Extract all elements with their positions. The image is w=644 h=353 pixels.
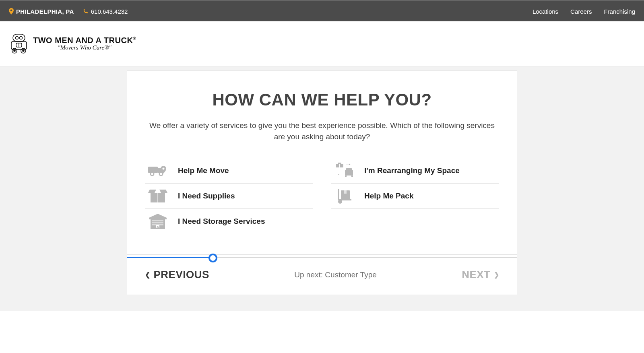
svg-marker-21 [148, 190, 156, 193]
wizard-card: HOW CAN WE HELP YOU? We offer a variety … [127, 70, 517, 295]
phone-text: 610.643.4232 [91, 8, 128, 15]
option-label: Help Me Move [178, 166, 229, 175]
service-options: Help Me Move I'm Rearranging My Space I … [127, 158, 517, 234]
svg-rect-20 [351, 175, 353, 177]
svg-rect-26 [344, 190, 347, 194]
svg-point-1 [16, 36, 19, 39]
svg-point-8 [14, 50, 15, 52]
progress-knob[interactable] [208, 254, 217, 262]
site-header: TWO MEN AND A TRUCK® "Movers Who Care®" [0, 21, 644, 66]
nav-link-franchising[interactable]: Franchising [604, 8, 635, 15]
svg-marker-30 [149, 214, 167, 219]
dolly-icon [334, 188, 355, 204]
nav-link-careers[interactable]: Careers [570, 8, 592, 15]
nav-link-locations[interactable]: Locations [533, 8, 558, 15]
location-text: PHILADELPHIA, PA [16, 8, 74, 15]
next-button[interactable]: NEXT ❯ [462, 268, 499, 281]
svg-rect-16 [338, 163, 341, 164]
svg-rect-18 [346, 168, 352, 171]
chevron-right-icon: ❯ [494, 271, 500, 279]
svg-point-2 [20, 36, 23, 39]
svg-marker-22 [159, 190, 167, 193]
rearrange-icon [334, 163, 355, 179]
page-subtitle: We offer a variety of services to give y… [149, 120, 495, 142]
brand-tagline: "Movers Who Care®" [33, 45, 136, 51]
box-open-icon [147, 188, 168, 204]
svg-point-12 [159, 172, 163, 175]
option-help-me-move[interactable]: Help Me Move [145, 158, 313, 184]
option-label: I Need Supplies [178, 192, 235, 200]
utility-bar: PHILADELPHIA, PA 610.643.4232 Locations … [0, 1, 644, 21]
truck-logo-icon [9, 32, 29, 56]
svg-rect-24 [157, 193, 158, 202]
progress-fill [127, 257, 213, 258]
phone-display[interactable]: 610.643.4232 [83, 8, 128, 15]
brand-logo[interactable]: TWO MEN AND A TRUCK® "Movers Who Care®" [9, 32, 136, 56]
svg-rect-33 [152, 222, 163, 223]
svg-rect-32 [152, 220, 163, 221]
chevron-left-icon: ❮ [145, 271, 151, 279]
svg-point-9 [23, 50, 24, 52]
svg-rect-27 [338, 189, 339, 200]
page-body: HOW CAN WE HELP YOU? We offer a variety … [0, 66, 644, 311]
option-pack[interactable]: Help Me Pack [331, 183, 499, 209]
option-label: I Need Storage Services [178, 217, 265, 226]
svg-point-29 [338, 200, 342, 204]
option-rearranging[interactable]: I'm Rearranging My Space [331, 158, 499, 184]
svg-point-11 [151, 172, 154, 175]
previous-button[interactable]: ❮ PREVIOUS [145, 268, 209, 281]
svg-point-36 [157, 226, 159, 227]
storage-unit-icon [147, 213, 168, 230]
svg-rect-15 [340, 164, 343, 167]
option-label: Help Me Pack [364, 192, 414, 200]
truck-pin-icon [147, 163, 168, 178]
up-next-text: Up next: Customer Type [294, 270, 377, 279]
option-supplies[interactable]: I Need Supplies [145, 183, 313, 209]
svg-rect-14 [336, 164, 339, 167]
location-pin-icon [9, 8, 14, 14]
brand-name: TWO MEN AND A TRUCK [33, 36, 133, 45]
brand-registered: ® [133, 36, 136, 41]
progress-bar[interactable] [127, 255, 517, 260]
option-storage[interactable]: I Need Storage Services [145, 208, 313, 234]
next-label: NEXT [462, 268, 490, 281]
phone-icon [83, 8, 89, 14]
svg-point-13 [163, 168, 165, 170]
svg-rect-17 [345, 170, 353, 175]
svg-rect-0 [13, 34, 25, 41]
svg-rect-19 [345, 175, 347, 177]
page-title: HOW CAN WE HELP YOU? [127, 90, 517, 109]
previous-label: PREVIOUS [154, 268, 209, 281]
location-display[interactable]: PHILADELPHIA, PA [9, 8, 74, 15]
option-label: I'm Rearranging My Space [364, 166, 460, 175]
progress-section: ❮ PREVIOUS Up next: Customer Type NEXT ❯ [127, 254, 517, 295]
